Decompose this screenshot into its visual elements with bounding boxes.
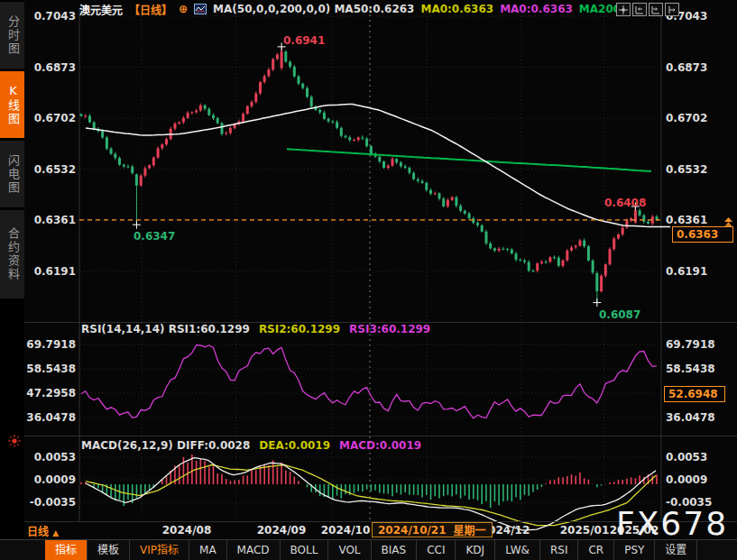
macd-header: MACD(26,12,9) DIFF:0.0028 DEA:0.0019 MAC… (81, 439, 421, 452)
panel-divider (24, 436, 737, 436)
rsi2-readout: RSI2:60.1299 (259, 323, 340, 335)
rsi-axis-label: 69.7918 (24, 338, 76, 351)
ma0-magenta-readout: MA0:0.6363 (500, 3, 573, 15)
price-alert-icon (723, 215, 734, 232)
axis-arrow-right-icon (651, 5, 660, 14)
alarm-icon (7, 434, 22, 452)
macd-axis-label: 0.0053 (666, 451, 729, 464)
triangle-up-icon: ▲ (52, 528, 59, 537)
chart-header: 澳元美元 【日线】 ⊕ MA(50,0,0,200,0,0) MA50:0.62… (79, 2, 625, 16)
toolbar-item-settings[interactable]: 设置 (655, 540, 697, 560)
price-axis-label: 0.6361 (666, 214, 729, 226)
ma0-yellow-readout: MA0:0.6363 (420, 3, 493, 15)
indicator-toolbar: 指标 模板 VIP指标 MA MACD BOLL VOL BIAS CCI KD… (0, 539, 737, 560)
circle-plus-icon[interactable]: ⊕ (179, 3, 188, 15)
time-axis-label: 2025/01 (560, 524, 609, 537)
macd-value-readout: MACD:0.0019 (339, 439, 421, 452)
time-axis-label: 2024/08 (162, 524, 211, 537)
price-axis-label: 0.6702 (666, 112, 729, 124)
crosshair-date: 2024/10/21 (378, 524, 447, 537)
chart-type-icon[interactable] (194, 4, 207, 14)
period-selector[interactable]: 日线 ▲ (27, 523, 59, 538)
toolbar-item-vol[interactable]: VOL (328, 540, 371, 560)
toolbar-item-kdj[interactable]: KDJ (456, 540, 495, 560)
price-axis-label: 0.6361 (24, 214, 76, 226)
toolbar-item-indicators[interactable]: 指标 (45, 540, 88, 560)
move-cross-icon (619, 5, 628, 14)
period-label: 【日线】 (129, 2, 172, 17)
trading-app-window: 分时图 K线图 闪电图 合约资料 澳元美元 【日线】 ⊕ (0, 0, 737, 560)
macd-dea-readout: DEA:0.0019 (259, 439, 330, 452)
price-axis-label: 0.6873 (666, 61, 729, 74)
macd-axis-label: -0.0035 (666, 496, 729, 509)
price-axis-label: 0.6873 (24, 61, 76, 74)
scale-compress-button[interactable] (632, 3, 647, 16)
price-annotation: 0.6347 (134, 230, 175, 243)
rsi-axis-label: 47.2958 (24, 387, 76, 399)
time-axis-label: 2025/02 (610, 524, 659, 537)
rsi-axis-label: 58.5438 (666, 363, 729, 375)
toolbar-item-ma[interactable]: MA (189, 540, 227, 560)
ma-settings-readout: MA(50,0,0,200,0,0) MA50:0.6263 (213, 3, 414, 15)
rsi-axis-label: 36.0478 (24, 411, 76, 424)
toolbar-item-macd[interactable]: MACD (227, 540, 281, 560)
scale-expand-button[interactable] (649, 3, 663, 16)
macd-axis-label: -0.0035 (24, 496, 76, 509)
time-axis-label: 2024/10 (321, 524, 370, 537)
sidebar-item-timeline-chart[interactable]: 分时图 (0, 2, 24, 69)
rsi-axis-label: 36.0478 (666, 411, 729, 424)
macd-diff-readout: MACD(26,12,9) DIFF:0.0028 (81, 439, 250, 452)
pan-move-button[interactable] (616, 3, 631, 16)
rsi3-readout: RSI3:60.1299 (349, 323, 430, 335)
macd-axis-label: 0.0009 (24, 473, 76, 486)
macd-axis-label: 0.0053 (24, 451, 76, 464)
toolbar-item-vip-indicators[interactable]: VIP指标 (130, 540, 189, 560)
price-annotation: 0.6087 (599, 308, 640, 321)
rsi-axis-label: 58.5438 (24, 363, 76, 375)
rsi-value-tag: 52.6948 (664, 386, 725, 402)
axis-arrow-left-icon (635, 5, 644, 14)
sidebar-item-contract-info[interactable]: 合约资料 (0, 210, 24, 298)
price-axis-label: 0.6702 (24, 112, 76, 124)
symbol-title: 澳元美元 (79, 2, 123, 17)
price-axis-label: 0.6191 (666, 265, 729, 278)
price-axis-label: 0.6191 (24, 265, 76, 278)
period-selector-label: 日线 (27, 526, 49, 538)
crosshair-weekday: 星期一 (454, 522, 486, 537)
price-annotation: 0.6941 (283, 34, 325, 47)
rsi-axis-label: 69.7918 (666, 338, 729, 351)
go-to-latest-button[interactable] (665, 3, 679, 16)
macd-axis-label: 0.0009 (666, 473, 729, 486)
time-axis: 2024/08 2024/09 2024/10 2024/12 2025/01 … (0, 521, 737, 539)
toolbar-item-psy[interactable]: PSY (614, 540, 655, 560)
toolbar-item-cci[interactable]: CCI (417, 540, 456, 560)
toolbar-item-rsi[interactable]: RSI (540, 540, 579, 560)
rsi1-readout: RSI(14,14,14) RSI1:60.1299 (81, 323, 250, 335)
price-chart-canvas[interactable] (0, 0, 737, 560)
rsi-header: RSI(14,14,14) RSI1:60.1299 RSI2:60.1299 … (81, 323, 430, 335)
bar-arrow-right-icon (668, 5, 677, 14)
toolbar-item-cr[interactable]: CR (578, 540, 614, 560)
crosshair-date-box: 2024/10/21 星期一 (372, 522, 493, 537)
price-axis-label: 0.7043 (24, 10, 76, 23)
time-axis-label: 2024/09 (257, 524, 306, 537)
toolbar-item-lw[interactable]: LW& (495, 540, 540, 560)
price-axis-label: 0.6532 (24, 163, 76, 176)
sidebar-item-candlestick-chart[interactable]: K线图 (0, 71, 24, 138)
sidebar-item-lightning-chart[interactable]: 闪电图 (0, 141, 24, 207)
toolbar-item-templates[interactable]: 模板 (88, 540, 130, 560)
toolbar-item-boll[interactable]: BOLL (281, 540, 329, 560)
toolbar-item-bias[interactable]: BIAS (372, 540, 418, 560)
chart-controls (616, 3, 679, 16)
price-annotation: 0.6408 (604, 197, 646, 209)
price-axis-label: 0.6532 (666, 163, 729, 176)
sidebar: 分时图 K线图 闪电图 合约资料 (0, 0, 24, 560)
